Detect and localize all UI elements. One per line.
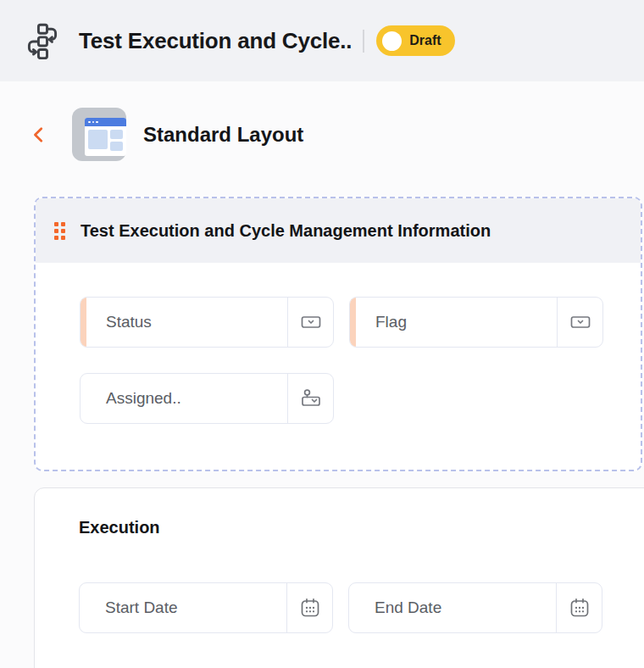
- drag-handle-icon[interactable]: [54, 222, 65, 240]
- chevron-left-icon: [30, 125, 48, 144]
- field-flag[interactable]: Flag: [349, 297, 603, 348]
- section-title: Execution: [79, 517, 644, 537]
- workflow-icon: [24, 22, 61, 59]
- section-title: Test Execution and Cycle Management Info…: [80, 221, 491, 241]
- back-button[interactable]: [29, 125, 49, 145]
- section-header: Test Execution and Cycle Management Info…: [36, 198, 641, 263]
- calendar-icon[interactable]: [556, 583, 602, 632]
- section-fields: Start Date End Date: [79, 582, 644, 633]
- calendar-icon[interactable]: [286, 583, 332, 632]
- field-label: Assigned..: [80, 389, 287, 408]
- module-title: Test Execution and Cycle..: [79, 28, 352, 54]
- layout-preview-icon: [72, 108, 126, 161]
- section-test-execution-info: Test Execution and Cycle Management Info…: [34, 197, 642, 471]
- field-start-date[interactable]: Start Date: [79, 582, 333, 633]
- page-title: Standard Layout: [143, 123, 303, 147]
- field-status[interactable]: Status: [80, 297, 334, 348]
- field-label: Start Date: [80, 598, 286, 617]
- dropdown-icon[interactable]: [287, 298, 333, 347]
- status-badge[interactable]: Draft: [376, 25, 454, 56]
- field-end-date[interactable]: End Date: [348, 582, 602, 633]
- layout-header: Standard Layout: [29, 108, 644, 161]
- badge-toggle-dot: [382, 31, 402, 51]
- field-label: Flag: [350, 313, 557, 331]
- title-divider: [363, 30, 364, 53]
- section-execution: Execution Start Date End Date: [34, 487, 644, 668]
- field-label: End Date: [349, 598, 556, 617]
- user-picker-icon[interactable]: [287, 374, 333, 423]
- field-assigned[interactable]: Assigned..: [80, 373, 334, 424]
- required-indicator: [350, 298, 356, 347]
- required-indicator: [80, 298, 86, 347]
- dropdown-icon[interactable]: [557, 298, 602, 347]
- topbar: Test Execution and Cycle.. Draft: [0, 0, 644, 81]
- field-label: Status: [80, 313, 287, 331]
- badge-label: Draft: [409, 33, 441, 48]
- section-fields: Status Flag Assigned..: [36, 263, 641, 424]
